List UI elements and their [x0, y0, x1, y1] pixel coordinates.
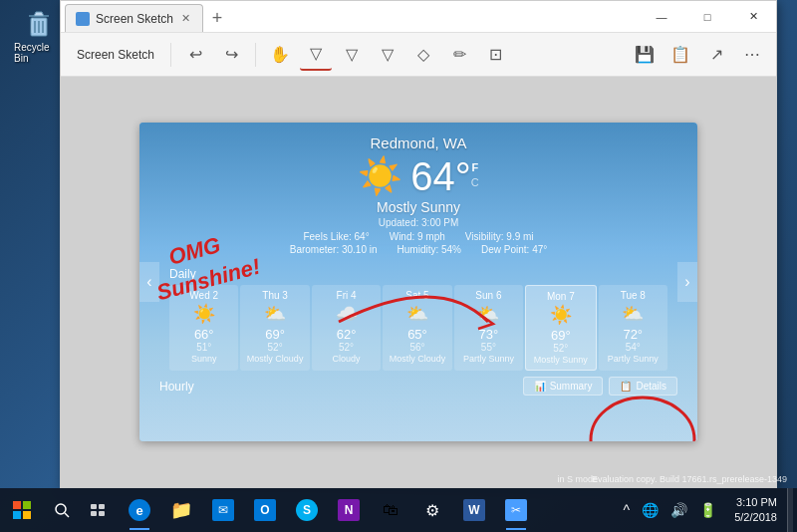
minimize-button[interactable]: — — [639, 1, 684, 33]
details-icon: 📋 — [620, 381, 632, 392]
day-weather-icon: ☁️ — [316, 303, 377, 325]
taskbar-outlook[interactable]: O — [245, 488, 285, 532]
start-button[interactable] — [0, 488, 44, 532]
hourly-section: Hourly 📊 Summary 📋 Details — [139, 371, 697, 396]
search-icon — [54, 502, 70, 518]
copy-button[interactable]: 📋 — [664, 39, 696, 71]
clock-time: 3:10 PM — [734, 495, 777, 510]
day-card-mon7[interactable]: Mon 7 ☀️ 69° 52° Mostly Sunny — [525, 285, 596, 371]
taskbar-word[interactable]: W — [454, 488, 494, 532]
volume-icon[interactable]: 🔊 — [666, 500, 691, 520]
more-button[interactable]: ⋯ — [736, 39, 768, 71]
taskbar-edge[interactable]: e — [120, 488, 159, 532]
build-info: Evaluation copy. Build 17661.rs_prerelea… — [592, 474, 787, 484]
ruler-icon: ✏ — [453, 45, 466, 64]
taskbar-onenote[interactable]: N — [329, 488, 369, 532]
tab-close-button[interactable]: ✕ — [179, 12, 192, 25]
toolbar-title: Screen Sketch — [69, 48, 162, 62]
day-weather-icon: ☀️ — [530, 304, 591, 326]
taskbar-file-explorer[interactable]: 📁 — [161, 488, 201, 532]
day-card-thu3[interactable]: Thu 3 ⛅ 69° 52° Mostly Cloudy — [240, 285, 309, 371]
day-high-temp: 62° — [316, 327, 377, 342]
taskbar-screen-sketch[interactable]: ✂ — [496, 488, 536, 532]
weather-details-row2: Barometer: 30.10 in Humidity: 54% Dew Po… — [159, 244, 677, 255]
weather-details-row1: Feels Like: 64° Wind: 9 mph Visibility: … — [159, 231, 677, 242]
task-view-button[interactable] — [80, 488, 116, 532]
taskbar-skype[interactable]: S — [287, 488, 327, 532]
day-low-temp: 52° — [244, 342, 305, 353]
share-button[interactable]: ↗ — [700, 39, 732, 71]
taskbar-settings[interactable]: ⚙ — [412, 488, 452, 532]
update-time: Updated: 3:00 PM — [159, 217, 677, 228]
tray-chevron[interactable]: ^ — [620, 500, 635, 520]
day-name: Mon 7 — [530, 291, 591, 302]
day-weather-icon: ⛅ — [603, 303, 664, 325]
day-name: Fri 4 — [316, 290, 377, 301]
daily-section: Daily Wed 2 ☀️ 66° 51° Sunny Thu 3 ⛅ 69°… — [139, 263, 697, 371]
recycle-bin-icon[interactable]: Recycle Bin — [14, 8, 64, 64]
search-button[interactable] — [44, 488, 80, 532]
day-card-wed2[interactable]: Wed 2 ☀️ 66° 51° Sunny — [169, 285, 238, 371]
day-weather-icon: ⛅ — [244, 303, 305, 325]
day-card-sun6[interactable]: Sun 6 ⛅ 73° 55° Partly Sunny — [454, 285, 523, 371]
summary-button[interactable]: 📊 Summary — [523, 377, 604, 396]
chart-icon: 📊 — [534, 381, 546, 392]
clock[interactable]: 3:10 PM 5/2/2018 — [728, 495, 783, 526]
unit-c[interactable]: C — [471, 175, 479, 190]
content-area: ‹ › Redmond, WA ☀️ 64° F C — [61, 77, 776, 487]
tab-icon — [76, 12, 90, 26]
show-desktop-button[interactable] — [787, 488, 793, 532]
taskbar-mail[interactable]: ✉ — [203, 488, 243, 532]
day-high-temp: 72° — [603, 327, 664, 342]
current-weather: ☀️ 64° F C — [159, 155, 677, 197]
maximize-button[interactable]: □ — [684, 1, 730, 33]
toolbar-right: 💾 📋 ↗ ⋯ — [629, 39, 768, 71]
day-name: Wed 2 — [173, 290, 234, 301]
network-icon[interactable]: 🌐 — [638, 500, 663, 520]
svg-rect-16 — [99, 511, 105, 516]
city-name: Redmond, WA — [159, 134, 677, 151]
eraser-button[interactable]: ◇ — [407, 39, 439, 71]
screen-sketch-tab[interactable]: Screen Sketch ✕ — [65, 4, 203, 32]
taskbar-store[interactable]: 🛍 — [371, 488, 410, 532]
pencil-icon: ▽ — [346, 45, 358, 64]
tab-area: Screen Sketch ✕ + — [61, 1, 231, 32]
day-condition: Partly Sunny — [458, 354, 519, 364]
summary-label: Summary — [550, 381, 593, 392]
day-name: Sun 6 — [458, 290, 519, 301]
pencil-button[interactable]: ▽ — [336, 39, 368, 71]
ballpoint-pen-button[interactable]: ▽ — [300, 39, 332, 71]
day-weather-icon: ☀️ — [173, 303, 234, 325]
battery-icon[interactable]: 🔋 — [695, 500, 720, 520]
tab-label: Screen Sketch — [96, 12, 173, 26]
details-button[interactable]: 📋 Details — [609, 377, 677, 396]
redo-button[interactable]: ↪ — [215, 39, 247, 71]
recycle-bin-label: Recycle Bin — [14, 42, 64, 64]
new-tab-button[interactable]: + — [203, 4, 231, 32]
close-button[interactable]: ✕ — [730, 1, 776, 33]
temperature-display: 64° F C — [410, 156, 478, 196]
crop-button[interactable]: ⊡ — [479, 39, 511, 71]
day-low-temp: 54° — [603, 342, 664, 353]
s-mode-text: in S mode — [557, 474, 598, 484]
svg-rect-7 — [13, 501, 21, 509]
save-button[interactable]: 💾 — [629, 39, 661, 71]
svg-rect-15 — [91, 511, 97, 516]
undo-button[interactable]: ↩ — [179, 39, 211, 71]
window-controls: — □ ✕ — [639, 1, 776, 33]
day-high-temp: 66° — [173, 327, 234, 342]
highlighter-button[interactable]: ▽ — [372, 39, 403, 71]
day-name: Sat 5 — [387, 290, 447, 301]
taskbar-apps: e 📁 ✉ O S N 🛍 — [116, 488, 536, 532]
ruler-button[interactable]: ✏ — [443, 39, 475, 71]
day-card-tue8[interactable]: Tue 8 ⛅ 72° 54° Partly Sunny — [599, 285, 667, 371]
toolbar-separator — [170, 43, 171, 67]
highlighter-icon: ▽ — [382, 45, 394, 64]
touch-writing-button[interactable]: ✋ — [264, 39, 296, 71]
weather-widget: ‹ › Redmond, WA ☀️ 64° F C — [139, 123, 697, 441]
day-card-fri4[interactable]: Fri 4 ☁️ 62° 52° Cloudy — [312, 285, 381, 371]
nav-next-button[interactable]: › — [677, 262, 697, 302]
day-card-sat5[interactable]: Sat 5 ⛅ 65° 56° Mostly Cloudy — [383, 285, 451, 371]
unit-f[interactable]: F — [471, 160, 479, 175]
nav-prev-button[interactable]: ‹ — [139, 262, 159, 302]
